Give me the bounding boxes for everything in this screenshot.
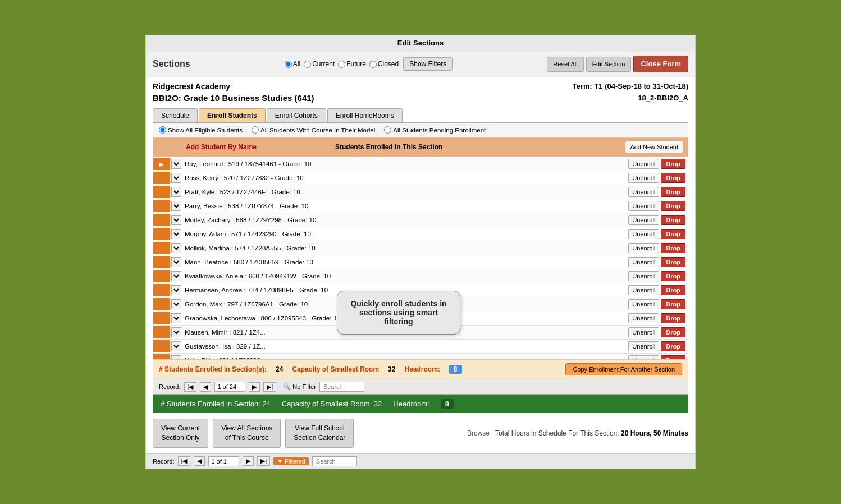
drop-button-0[interactable]: Drop (661, 159, 685, 169)
col-add-student[interactable]: Add Student By Name (181, 140, 331, 154)
unenroll-button[interactable]: Unenroll (628, 313, 659, 323)
row-expand[interactable] (170, 311, 181, 325)
drop-button[interactable]: Drop (661, 271, 685, 281)
row-dropdown[interactable] (171, 355, 181, 359)
row-expand[interactable] (170, 185, 181, 199)
tab-enroll-students[interactable]: Enroll Students (199, 108, 266, 122)
row-dropdown[interactable] (171, 271, 181, 281)
drop-button[interactable]: Drop (661, 257, 685, 267)
row-expand[interactable] (170, 227, 181, 241)
radio-all-eligible[interactable] (159, 126, 166, 134)
unenroll-button[interactable]: Unenroll (628, 257, 659, 267)
drop-button[interactable]: Drop (661, 187, 685, 197)
unenroll-button[interactable]: Unenroll (628, 341, 659, 351)
row-dropdown[interactable] (171, 201, 181, 211)
tab-enroll-cohorts[interactable]: Enroll Cohorts (267, 108, 326, 122)
row-expand[interactable] (170, 340, 181, 353)
drop-button[interactable]: Drop (661, 229, 685, 239)
bottom-record-input[interactable] (208, 456, 239, 466)
drop-button[interactable]: Drop (661, 313, 685, 323)
bottom-record-first[interactable]: |◀ (178, 456, 191, 466)
close-form-button[interactable]: Close Form (633, 56, 688, 72)
row-expand[interactable] (170, 283, 181, 297)
record-prev-btn[interactable]: ◀ (200, 382, 211, 392)
radio-future-label[interactable]: Future (338, 60, 366, 68)
radio-closed[interactable] (369, 61, 377, 68)
row-dropdown[interactable] (171, 229, 181, 239)
bottom-search-input[interactable] (312, 456, 357, 466)
row-expand[interactable] (170, 241, 181, 255)
unenroll-button[interactable]: Unenroll (628, 243, 659, 253)
view-current-section-button[interactable]: View Current Section Only (153, 419, 208, 448)
row-expand-arrow[interactable] (170, 157, 181, 171)
radio-course-model[interactable] (252, 126, 259, 134)
radio-all[interactable] (285, 61, 292, 68)
edit-section-button[interactable]: Edit Section (586, 57, 632, 72)
unenroll-button-0[interactable]: Unenroll (628, 159, 659, 169)
radio-pending[interactable] (384, 126, 391, 134)
unenroll-button[interactable]: Unenroll (628, 285, 659, 295)
row-dropdown[interactable] (171, 159, 181, 169)
unenroll-button[interactable]: Unenroll (628, 355, 659, 359)
bottom-record-next[interactable]: ▶ (243, 456, 254, 466)
filter-course-model[interactable]: All Students With Course In Their Model (252, 126, 375, 134)
drop-button[interactable]: Drop (661, 173, 685, 183)
record-first-btn[interactable]: |◀ (184, 382, 197, 392)
radio-future[interactable] (338, 61, 345, 68)
row-expand[interactable] (170, 354, 181, 359)
unenroll-button[interactable]: Unenroll (628, 215, 659, 225)
row-dropdown[interactable] (171, 313, 181, 323)
drop-button[interactable]: Drop (661, 285, 685, 295)
unenroll-button[interactable]: Unenroll (628, 201, 659, 211)
drop-button[interactable]: Drop (661, 201, 685, 211)
row-dropdown[interactable] (171, 285, 181, 295)
bottom-record-prev[interactable]: ◀ (194, 456, 205, 466)
bottom-record-last[interactable]: ▶| (257, 456, 270, 466)
drop-button[interactable]: Drop (661, 299, 685, 309)
row-expand[interactable] (170, 199, 181, 213)
record-next-btn[interactable]: ▶ (249, 382, 260, 392)
drop-button[interactable]: Drop (661, 215, 685, 225)
row-expand[interactable] (170, 326, 181, 339)
view-full-calendar-button[interactable]: View Full School Section Calendar (285, 419, 354, 448)
copy-enrollment-button[interactable]: Copy Enrollment For Another Section (565, 363, 682, 375)
filter-all-eligible[interactable]: Show All Eligible Students (159, 126, 243, 134)
unenroll-button[interactable]: Unenroll (628, 187, 659, 197)
row-dropdown[interactable] (171, 299, 181, 309)
row-dropdown[interactable] (171, 257, 181, 267)
radio-closed-label[interactable]: Closed (369, 60, 399, 68)
row-dropdown[interactable] (171, 243, 181, 253)
record-last-btn[interactable]: ▶| (263, 382, 276, 392)
reset-all-button[interactable]: Reset All (547, 57, 583, 72)
record-search-input[interactable] (319, 382, 364, 392)
view-all-sections-button[interactable]: View All Sections of This Course (213, 419, 281, 448)
add-new-student-button[interactable]: Add New Student (625, 141, 683, 153)
row-expand[interactable] (170, 255, 181, 269)
radio-current-label[interactable]: Current (304, 60, 335, 68)
row-expand[interactable] (170, 213, 181, 227)
unenroll-button[interactable]: Unenroll (628, 229, 659, 239)
filter-pending[interactable]: All Students Pending Enrollment (384, 126, 486, 134)
unenroll-button[interactable]: Unenroll (628, 299, 659, 309)
drop-button[interactable]: Drop (661, 243, 685, 253)
drop-button[interactable]: Drop (661, 327, 685, 337)
radio-current[interactable] (304, 61, 311, 68)
row-dropdown[interactable] (171, 341, 181, 351)
tab-enroll-homerooms[interactable]: Enroll HomeRooms (327, 108, 403, 122)
drop-button[interactable]: Drop (661, 341, 685, 351)
row-dropdown[interactable] (171, 173, 181, 183)
unenroll-button[interactable]: Unenroll (628, 271, 659, 281)
row-dropdown[interactable] (171, 215, 181, 225)
row-dropdown[interactable] (171, 187, 181, 197)
row-expand[interactable] (170, 171, 181, 185)
unenroll-button[interactable]: Unenroll (628, 173, 659, 183)
drop-button[interactable]: Drop (661, 355, 685, 359)
radio-all-label[interactable]: All (285, 60, 300, 68)
tab-schedule[interactable]: Schedule (153, 108, 198, 122)
record-input[interactable] (214, 382, 245, 392)
row-dropdown[interactable] (171, 327, 181, 337)
row-expand[interactable] (170, 297, 181, 311)
show-filters-button[interactable]: Show Filters (403, 57, 453, 71)
unenroll-button[interactable]: Unenroll (628, 327, 659, 337)
row-expand[interactable] (170, 269, 181, 283)
